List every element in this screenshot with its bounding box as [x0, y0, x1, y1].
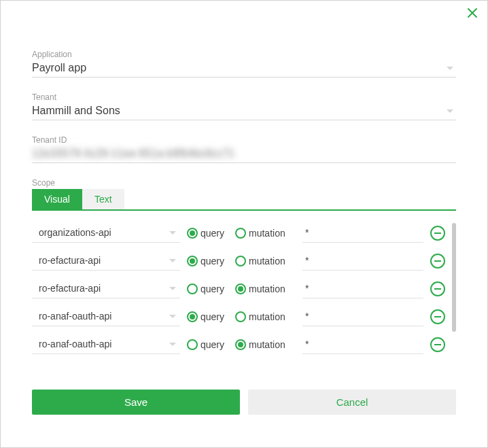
scope-pattern-input[interactable]: *	[302, 223, 423, 243]
dialog-actions: Save Cancel	[32, 390, 456, 415]
radio-mutation[interactable]: mutation	[235, 339, 285, 350]
radio-inner-icon	[190, 258, 195, 264]
remove-row-icon[interactable]	[430, 309, 445, 324]
scope-pattern-input[interactable]: *	[302, 251, 423, 271]
radio-inner-icon	[190, 230, 195, 236]
radio-mutation[interactable]: mutation	[235, 311, 285, 322]
radio-outer-icon	[187, 228, 198, 239]
scope-label: Scope	[32, 178, 456, 188]
scope-row: ro-efactura-apiquerymutation*	[32, 279, 445, 298]
application-select[interactable]: Payroll app	[32, 61, 456, 77]
tenant-id-label: Tenant ID	[32, 135, 456, 145]
radio-label: mutation	[249, 228, 285, 239]
scope-row: organizations-apiquerymutation*	[32, 223, 445, 243]
scope-section: Scope Visual Text organizations-apiquery…	[32, 178, 456, 362]
remove-row-icon[interactable]	[430, 337, 445, 352]
scope-tabs: Visual Text	[32, 189, 456, 211]
save-button[interactable]: Save	[32, 390, 240, 415]
remove-row-icon[interactable]	[430, 254, 445, 269]
api-select[interactable]: ro-efactura-api	[32, 279, 180, 298]
radio-label: mutation	[249, 256, 285, 266]
chevron-down-icon	[169, 315, 176, 318]
scope-row: ro-efactura-apiquerymutation*	[32, 251, 445, 271]
api-select-value: ro-anaf-oauth-api	[39, 311, 111, 322]
radio-label: query	[201, 339, 224, 350]
radio-label: mutation	[249, 283, 285, 294]
tab-visual[interactable]: Visual	[32, 189, 82, 209]
chevron-down-icon	[169, 259, 176, 262]
scope-pattern-input[interactable]: *	[302, 307, 423, 326]
tenant-id-row: 12e33579-3c29-11ee-951a-b9fb4bc8cc71	[32, 146, 456, 163]
remove-row-icon[interactable]	[430, 281, 445, 296]
dialog-content: Application Payroll app Tenant Hammill a…	[1, 1, 487, 431]
radio-group: querymutation	[187, 256, 296, 266]
radio-group: querymutation	[187, 339, 296, 350]
scope-row: ro-anaf-oauth-apiquerymutation*	[32, 334, 445, 354]
chevron-down-icon	[169, 343, 176, 346]
application-value: Payroll app	[32, 61, 447, 75]
radio-label: mutation	[249, 339, 285, 350]
tenant-select[interactable]: Hammill and Sons	[32, 103, 456, 120]
tenant-label: Tenant	[32, 92, 456, 102]
chevron-down-icon	[447, 109, 453, 113]
application-field: Application Payroll app	[32, 50, 456, 77]
chevron-down-icon	[169, 231, 176, 235]
scrollbar[interactable]	[452, 223, 456, 362]
tab-text[interactable]: Text	[82, 189, 124, 209]
radio-outer-icon	[235, 283, 246, 294]
api-select[interactable]: organizations-api	[32, 223, 180, 243]
remove-row-icon[interactable]	[430, 226, 445, 241]
close-icon[interactable]	[467, 7, 478, 20]
radio-query[interactable]: query	[187, 283, 224, 294]
tenant-id-field: Tenant ID 12e33579-3c29-11ee-951a-b9fb4b…	[32, 135, 456, 163]
scope-rows-container: organizations-apiquerymutation*ro-efactu…	[32, 223, 452, 362]
radio-query[interactable]: query	[187, 339, 224, 350]
radio-label: query	[201, 256, 224, 266]
scope-row: ro-anaf-oauth-apiquerymutation*	[32, 307, 445, 326]
api-select-value: ro-efactura-api	[39, 283, 101, 294]
radio-inner-icon	[238, 342, 243, 347]
radio-group: querymutation	[187, 283, 296, 294]
tenant-id-value: 12e33579-3c29-11ee-951a-b9fb4bc8cc71	[32, 146, 456, 161]
radio-inner-icon	[238, 286, 243, 292]
chevron-down-icon	[447, 67, 453, 70]
radio-label: query	[201, 283, 224, 294]
radio-mutation[interactable]: mutation	[235, 256, 285, 266]
radio-outer-icon	[235, 256, 246, 266]
scope-pattern-input[interactable]: *	[302, 334, 423, 354]
api-select[interactable]: ro-anaf-oauth-api	[32, 307, 180, 326]
radio-outer-icon	[187, 339, 198, 350]
tenant-value: Hammill and Sons	[32, 103, 447, 118]
api-select-value: ro-efactura-api	[39, 255, 101, 266]
radio-outer-icon	[187, 256, 198, 266]
radio-label: query	[201, 311, 224, 322]
scrollbar-thumb[interactable]	[452, 223, 456, 332]
application-label: Application	[32, 50, 456, 59]
radio-outer-icon	[187, 311, 198, 322]
chevron-down-icon	[169, 287, 176, 290]
radio-query[interactable]: query	[187, 256, 224, 266]
radio-group: querymutation	[187, 228, 296, 239]
radio-query[interactable]: query	[187, 228, 224, 239]
radio-mutation[interactable]: mutation	[235, 228, 285, 239]
radio-outer-icon	[187, 283, 198, 294]
api-select[interactable]: ro-anaf-oauth-api	[32, 334, 180, 354]
radio-group: querymutation	[187, 311, 296, 322]
radio-outer-icon	[235, 311, 246, 322]
cancel-button[interactable]: Cancel	[248, 390, 456, 415]
radio-label: query	[201, 228, 224, 239]
api-select-value: organizations-api	[39, 227, 111, 238]
scope-body: organizations-apiquerymutation*ro-efactu…	[32, 223, 456, 362]
api-select[interactable]: ro-efactura-api	[32, 251, 180, 271]
api-select-value: ro-anaf-oauth-api	[39, 339, 111, 349]
radio-mutation[interactable]: mutation	[235, 283, 285, 294]
radio-outer-icon	[235, 228, 246, 239]
radio-label: mutation	[249, 311, 285, 322]
scope-pattern-input[interactable]: *	[302, 279, 423, 298]
tenant-field: Tenant Hammill and Sons	[32, 92, 456, 120]
radio-inner-icon	[190, 314, 195, 320]
radio-query[interactable]: query	[187, 311, 224, 322]
radio-outer-icon	[235, 339, 246, 350]
